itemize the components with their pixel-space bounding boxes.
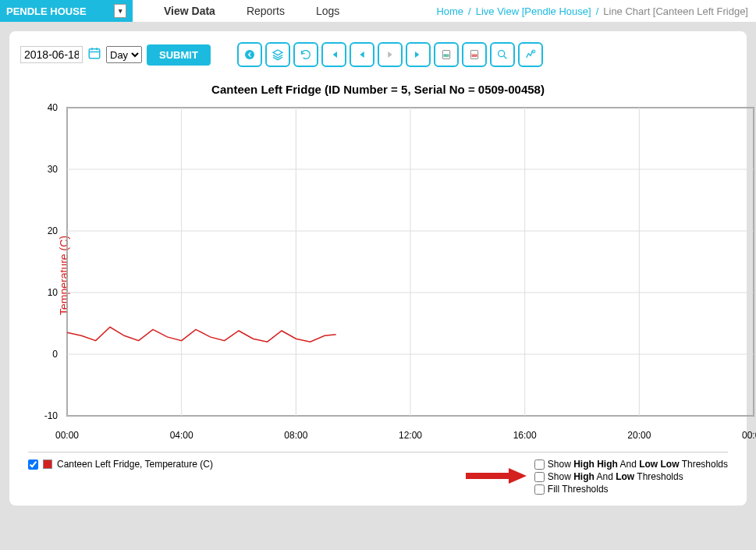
breadcrumb-live[interactable]: Live View [Pendle House] [476, 5, 591, 17]
svg-text:PDF: PDF [472, 54, 477, 57]
chevron-down-icon: ▾ [114, 4, 126, 18]
site-name: PENDLE HOUSE [6, 5, 87, 17]
arrow-annotation [466, 467, 528, 485]
last-icon[interactable] [406, 42, 431, 67]
x-tick: 00:00 [55, 430, 79, 441]
prev-icon[interactable] [350, 42, 374, 67]
play-icon[interactable] [378, 42, 403, 67]
chart-title: Canteen Left Fridge (ID Number = 5, Seri… [20, 83, 736, 96]
y-tick: 10 [44, 287, 58, 298]
svg-rect-0 [89, 48, 100, 58]
site-selector[interactable]: PENDLE HOUSE ▾ [0, 0, 133, 22]
series-checkbox[interactable] [28, 460, 38, 470]
svg-point-11 [499, 51, 505, 57]
y-tick: 30 [44, 164, 58, 175]
nav-logs[interactable]: Logs [316, 5, 339, 17]
threshold-hhll[interactable]: Show High High And Low Low Thresholds [534, 459, 728, 470]
svg-text:CSV: CSV [444, 54, 449, 57]
breadcrumb-home[interactable]: Home [436, 5, 463, 17]
x-tick: 16:00 [513, 430, 537, 441]
chart-plot [59, 104, 756, 431]
date-input[interactable] [20, 46, 83, 63]
first-icon[interactable] [321, 42, 346, 67]
y-tick: -10 [44, 410, 58, 421]
legend-series-label: Canteen Left Fridge, Temperature (C) [57, 459, 213, 470]
calendar-icon[interactable] [87, 46, 101, 64]
csv-icon[interactable]: CSV [434, 42, 459, 67]
svg-point-4 [245, 50, 254, 59]
svg-point-14 [533, 51, 534, 51]
threshold-fill-checkbox[interactable] [534, 484, 545, 495]
layers-icon[interactable] [265, 42, 290, 67]
x-tick: 08:00 [284, 430, 307, 441]
refresh-icon[interactable] [293, 42, 318, 67]
threshold-hl-checkbox[interactable] [534, 472, 545, 482]
period-select[interactable]: Day [106, 46, 142, 63]
svg-rect-29 [466, 473, 509, 479]
x-tick: 04:00 [170, 430, 193, 441]
pdf-icon[interactable]: PDF [462, 42, 487, 67]
threshold-hhll-checkbox[interactable] [534, 460, 545, 470]
zoom-icon[interactable] [490, 42, 515, 67]
nav-reports[interactable]: Reports [247, 5, 285, 17]
y-tick: 20 [44, 225, 58, 236]
svg-marker-30 [509, 468, 527, 484]
threshold-hl[interactable]: Show High And Low Thresholds [534, 471, 728, 482]
chart-area: Temperature (C) -10010203040 00:0004:000… [28, 104, 728, 447]
breadcrumb: Home / Live View [Pendle House] / Line C… [436, 5, 756, 17]
threshold-fill[interactable]: Fill Thresholds [534, 484, 728, 495]
x-tick: 12:00 [399, 430, 422, 441]
back-icon[interactable] [237, 42, 262, 67]
x-tick: 20:00 [627, 430, 651, 441]
x-tick: 00:00 [742, 430, 756, 441]
legend-swatch [43, 460, 52, 469]
svg-line-12 [504, 56, 506, 59]
breadcrumb-current: Line Chart [Canteen Left Fridge] [603, 5, 748, 17]
y-tick: 0 [44, 349, 58, 360]
y-tick: 40 [44, 102, 58, 113]
chart-settings-icon[interactable] [518, 42, 543, 67]
submit-button[interactable]: SUBMIT [147, 44, 211, 66]
nav-view-data[interactable]: View Data [164, 5, 215, 17]
